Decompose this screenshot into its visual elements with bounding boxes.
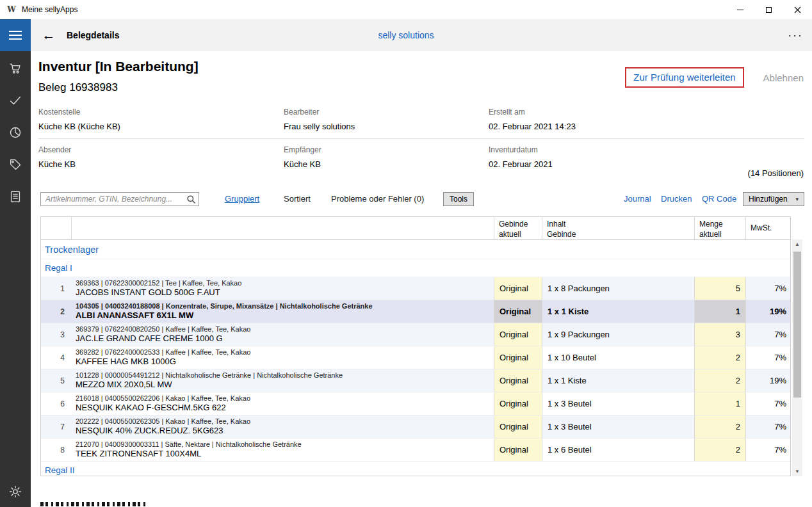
menge-cell[interactable]: 5 [694, 277, 745, 300]
article-name: ALBI ANANASSAFT 6X1L MW [76, 310, 193, 321]
print-link[interactable]: Drucken [661, 192, 692, 206]
inhalt-cell: 1 x 3 Beutel [542, 415, 694, 438]
minimize-button[interactable] [726, 0, 754, 19]
price-tag-icon [8, 157, 22, 172]
problems-link[interactable]: Probleme oder Fehler (0) [331, 192, 424, 206]
inhalt-cell: 1 x 3 Beutel [542, 392, 694, 415]
inhalt-cell: 1 x 10 Beutel [542, 346, 694, 369]
document-title: Inventur [In Bearbeitung] [38, 59, 199, 74]
more-menu-button[interactable]: ··· [788, 19, 803, 51]
nav-bar: ← Belegdetails selly solutions ··· [0, 19, 812, 51]
gebinde-cell[interactable]: Original [494, 392, 542, 415]
journal-icon [8, 189, 22, 204]
check-icon [8, 93, 22, 108]
row-number-cell: 1 [41, 277, 71, 300]
field-value: Küche KB [38, 159, 231, 169]
gebinde-cell[interactable]: Original [494, 277, 542, 300]
gebinde-cell[interactable]: Original [494, 300, 542, 323]
article-meta: 212070 | 04009300003311 | Säfte, Nektare… [76, 440, 302, 449]
menge-cell[interactable]: 2 [694, 346, 745, 369]
sidebar-item-journal[interactable] [8, 189, 23, 204]
table-row[interactable]: 4369282 | 07622400002533 | Kaffee | Kaff… [41, 346, 790, 369]
qr-code-link[interactable]: QR Code [702, 192, 736, 206]
row-description-cell: 216018 | 04005500262206 | Kakao | Kaffee… [71, 392, 494, 415]
table-row[interactable]: 2104305 | 04003240188008 | Konzentrate, … [41, 300, 790, 323]
article-meta: 202222 | 04005500262305 | Kakao | Kaffee… [76, 417, 250, 426]
group-label: Regal I [45, 263, 72, 273]
sidebar-item-tasks[interactable] [8, 93, 23, 108]
field-label: Bearbeiter [284, 108, 476, 117]
inhalt-cell: 1 x 9 Packungen [542, 323, 694, 346]
menge-cell[interactable]: 2 [694, 369, 745, 392]
row-number-cell: 8 [41, 439, 71, 461]
sidebar-item-prices[interactable] [8, 157, 23, 172]
add-button[interactable]: Hinzufügen ▾ [743, 192, 804, 206]
sorted-link[interactable]: Sortiert [284, 192, 311, 206]
row-description-cell: 369379 | 07622400820250 | Kaffee | Kaffe… [71, 323, 494, 346]
forward-for-review-button[interactable]: Zur Prüfung weiterleiten [625, 67, 743, 88]
menge-cell[interactable]: 1 [694, 392, 745, 415]
gebinde-cell[interactable]: Original [494, 346, 542, 369]
header-mwst[interactable]: MwSt. [745, 217, 792, 239]
menge-cell[interactable]: 2 [694, 415, 745, 438]
journal-link[interactable]: Journal [624, 192, 651, 206]
tools-button[interactable]: Tools [443, 192, 474, 206]
gebinde-cell[interactable]: Original [494, 439, 542, 461]
table-row[interactable]: 3369379 | 07622400820250 | Kaffee | Kaff… [41, 323, 790, 346]
inhalt-cell: 1 x 1 Kiste [542, 300, 694, 323]
reject-button[interactable]: Ablehnen [763, 72, 804, 83]
hamburger-icon [9, 31, 22, 32]
menge-cell[interactable]: 2 [694, 439, 745, 461]
row-number-cell: 2 [41, 300, 71, 323]
field-label: Inventurdatum [489, 145, 681, 154]
table-row[interactable]: 8212070 | 04009300003311 | Säfte, Nektar… [41, 439, 790, 462]
table-row[interactable]: 7202222 | 04005500262305 | Kakao | Kaffe… [41, 415, 790, 439]
header-gebinde[interactable]: Gebinde aktuell [494, 217, 542, 239]
gebinde-cell[interactable]: Original [494, 369, 542, 392]
table-scrollbar[interactable]: ▲ ▼ [792, 239, 802, 476]
gebinde-cell[interactable]: Original [494, 415, 542, 438]
grouped-link[interactable]: Gruppiert [225, 192, 259, 206]
ellipsis-icon: ··· [788, 29, 803, 42]
close-button[interactable] [783, 0, 812, 19]
field-empfaenger: Empfänger Küche KB [284, 145, 476, 169]
mwst-cell: 7% [745, 277, 790, 300]
scrollbar-down-button[interactable]: ▼ [792, 467, 802, 476]
sidebar-item-reports[interactable] [8, 125, 23, 140]
row-description-cell: 202222 | 04005500262305 | Kakao | Kaffee… [71, 415, 494, 438]
menge-cell[interactable]: 3 [694, 323, 745, 346]
menge-cell[interactable]: 1 [694, 300, 745, 323]
sidebar-item-cart[interactable] [8, 61, 23, 76]
field-bearbeiter: Bearbeiter Frau selly solutions [284, 108, 476, 131]
back-button[interactable]: ← [38, 19, 59, 51]
gebinde-cell[interactable]: Original [494, 323, 542, 346]
maximize-button[interactable] [754, 0, 783, 19]
table-row[interactable]: 1369363 | 07622300002152 | Tee | Kaffee,… [41, 277, 790, 300]
search-input[interactable] [40, 192, 199, 206]
field-kostenstelle: Kostenstelle Küche KB (Küche KB) [38, 108, 231, 131]
positions-count: (14 Positionen) [748, 168, 804, 178]
mwst-cell: 7% [745, 323, 790, 346]
scrollbar-track[interactable] [792, 249, 802, 467]
field-label: Absender [38, 145, 231, 154]
table-row[interactable]: 6216018 | 04005500262206 | Kakao | Kaffe… [41, 392, 790, 415]
header-menge[interactable]: Menge aktuell [694, 217, 745, 239]
group-row-trockenlager[interactable]: Trockenlager [41, 240, 790, 259]
article-meta: 216018 | 04005500262206 | Kakao | Kaffee… [76, 394, 250, 403]
article-meta: 369379 | 07622400820250 | Kaffee | Kaffe… [76, 325, 250, 334]
header-inhalt[interactable]: Inhalt Gebinde [542, 217, 694, 239]
row-number-cell: 3 [41, 323, 71, 346]
group-row-regal-i[interactable]: Regal I [41, 259, 790, 277]
hamburger-menu-button[interactable] [0, 19, 31, 51]
minimize-icon [737, 10, 743, 10]
field-value: Küche KB (Küche KB) [38, 122, 231, 131]
app-window: W Meine sellyApps ← Belegdetails selly s… [0, 0, 812, 507]
field-label: Kostenstelle [38, 108, 231, 117]
group-row-regal-ii[interactable]: Regal II [41, 462, 790, 477]
sidebar-item-settings[interactable] [8, 484, 23, 499]
scrollbar-thumb[interactable] [793, 252, 801, 398]
info-divider [38, 138, 804, 139]
scrollbar-up-button[interactable]: ▲ [792, 239, 802, 249]
table-row[interactable]: 5101228 | 00000054491212 | Nichtalkoholi… [41, 369, 790, 392]
article-meta: 104305 | 04003240188008 | Konzentrate, S… [76, 302, 373, 311]
